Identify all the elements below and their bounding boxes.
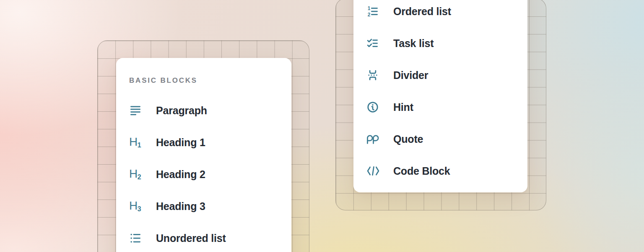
heading-2-icon: H2	[129, 168, 143, 181]
menu-item-label: Heading 3	[156, 200, 205, 213]
hero-background: BASIC BLOCKS ParagraphH1Heading 1H2Headi…	[0, 0, 644, 252]
quote-icon	[366, 132, 381, 146]
menu-item-label: Divider	[393, 69, 428, 81]
task-list-icon	[366, 37, 381, 50]
menu-item-list: 1 2 Ordered list Task list Divider Hint …	[366, 0, 527, 187]
menu-item-label: Quote	[393, 133, 423, 145]
menu-item-ordered-list[interactable]: 1 2 Ordered list	[366, 0, 527, 27]
menu-item-heading-3[interactable]: H3Heading 3	[129, 190, 291, 222]
menu-item-divider[interactable]: Divider	[366, 59, 527, 91]
menu-item-label: Code Block	[393, 165, 450, 177]
divider-icon	[366, 68, 381, 82]
menu-item-heading-1[interactable]: H1Heading 1	[129, 126, 291, 158]
svg-text:1: 1	[368, 5, 371, 11]
menu-item-task-list[interactable]: Task list	[366, 27, 527, 59]
code-block-icon	[366, 164, 381, 178]
unordered-list-icon	[129, 231, 143, 245]
menu-item-code-block[interactable]: Code Block	[366, 155, 527, 187]
menu-item-label: Heading 1	[156, 136, 205, 149]
section-label-basic-blocks: BASIC BLOCKS	[129, 76, 291, 85]
basic-blocks-menu-card: BASIC BLOCKS ParagraphH1Heading 1H2Headi…	[116, 58, 291, 252]
menu-item-unordered-list[interactable]: Unordered list	[129, 222, 291, 252]
ordered-list-icon: 1 2	[366, 5, 381, 18]
menu-item-hint[interactable]: Hint	[366, 91, 527, 123]
heading-3-icon: H3	[129, 200, 143, 213]
menu-item-label: Paragraph	[156, 105, 207, 117]
blocks-menu-card-right: 1 2 Ordered list Task list Divider Hint …	[353, 0, 527, 192]
menu-item-paragraph[interactable]: Paragraph	[129, 94, 291, 126]
menu-item-label: Unordered list	[156, 232, 226, 244]
menu-item-label: Hint	[393, 101, 413, 113]
svg-text:2: 2	[368, 12, 371, 18]
heading-1-icon: H1	[129, 136, 143, 149]
menu-item-heading-2[interactable]: H2Heading 2	[129, 158, 291, 190]
hint-icon	[366, 100, 381, 114]
menu-item-label: Task list	[393, 37, 434, 50]
menu-item-quote[interactable]: Quote	[366, 123, 527, 155]
menu-item-label: Ordered list	[393, 5, 451, 18]
menu-item-list: ParagraphH1Heading 1H2Heading 2H3Heading…	[129, 94, 291, 252]
menu-item-label: Heading 2	[156, 168, 205, 181]
paragraph-icon	[129, 104, 143, 117]
